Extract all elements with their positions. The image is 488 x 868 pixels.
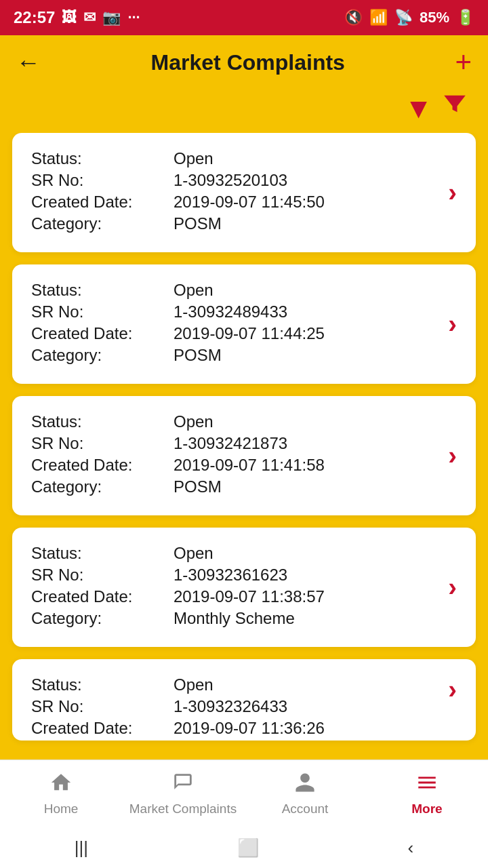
bottom-nav-market-complaints-label: Market Complaints [129, 802, 237, 816]
complaint-4-sr-value: 1-30932361623 [174, 566, 287, 585]
market-complaints-icon [171, 771, 195, 797]
android-nav: ||| ⬜ ‹ [0, 827, 488, 868]
add-button[interactable]: + [455, 48, 472, 77]
complaint-2-sr-label: SR No: [31, 302, 174, 321]
complaint-3-category-value: POSM [174, 477, 222, 496]
complaint-1-date-value: 2019-09-07 11:45:50 [174, 193, 325, 212]
complaint-5-date-label: Created Date: [31, 719, 174, 738]
complaint-5-sr-value: 1-30932326433 [174, 697, 287, 716]
android-recent-icon[interactable]: ||| [75, 837, 88, 859]
android-back-icon[interactable]: ‹ [407, 837, 413, 859]
complaint-2-status-value: Open [174, 281, 214, 300]
complaint-1-category-value: POSM [174, 214, 222, 233]
complaint-2-date-row: Created Date: 2019-09-07 11:44:25 [31, 324, 440, 343]
complaint-5-date-value: 2019-09-07 11:36:26 [174, 719, 325, 738]
complaint-1-category-row: Category: POSM [31, 214, 440, 233]
complaint-2-sr-value: 1-30932489433 [174, 302, 287, 321]
complaint-1-date-row: Created Date: 2019-09-07 11:45:50 [31, 193, 440, 212]
complaint-4-date-value: 2019-09-07 11:38:57 [174, 587, 325, 606]
battery-icon: 🔋 [456, 9, 474, 26]
filter-row: ▼︎ [0, 90, 488, 133]
complaint-card-3[interactable]: Status: Open SR No: 1-30932421873 Create… [12, 396, 476, 515]
bottom-nav-more-label: More [411, 802, 442, 816]
complaint-card-4-content: Status: Open SR No: 1-30932361623 Create… [31, 544, 440, 631]
complaint-2-date-value: 2019-09-07 11:44:25 [174, 324, 325, 343]
complaint-3-sr-value: 1-30932421873 [174, 434, 287, 453]
complaint-5-status-label: Status: [31, 675, 174, 694]
bottom-nav-market-complaints[interactable]: Market Complaints [122, 760, 244, 827]
more-icon [415, 771, 439, 797]
complaint-4-sr-label: SR No: [31, 566, 174, 585]
android-home-icon[interactable]: ⬜ [237, 837, 259, 859]
complaint-3-sr-label: SR No: [31, 434, 174, 453]
instagram-icon: 📷 [102, 9, 121, 26]
back-button[interactable]: ← [16, 48, 41, 77]
complaint-card-4[interactable]: Status: Open SR No: 1-30932361623 Create… [12, 528, 476, 647]
complaint-1-sr-label: SR No: [31, 171, 174, 190]
bottom-nav-account-label: Account [282, 802, 329, 816]
complaint-1-status-row: Status: Open [31, 149, 440, 168]
complaints-list: Status: Open SR No: 1-30932520103 Create… [0, 133, 488, 760]
complaint-card-5[interactable]: Status: Open SR No: 1-30932326433 Create… [12, 659, 476, 741]
mute-icon: 🔇 [344, 9, 363, 26]
more-dots-icon: ··· [127, 9, 140, 26]
status-time: 22:57 [14, 8, 55, 27]
complaint-4-sr-row: SR No: 1-30932361623 [31, 566, 440, 585]
complaint-5-status-row: Status: Open [31, 675, 440, 694]
page-title: Market Complaints [151, 50, 345, 75]
complaint-3-date-value: 2019-09-07 11:41:58 [174, 456, 325, 475]
complaint-card-2[interactable]: Status: Open SR No: 1-30932489433 Create… [12, 264, 476, 384]
complaint-1-sr-row: SR No: 1-30932520103 [31, 171, 440, 190]
signal-icon: 📡 [394, 9, 413, 26]
complaint-5-status-value: Open [174, 675, 214, 694]
complaint-3-arrow[interactable]: › [448, 441, 457, 471]
complaint-1-status-label: Status: [31, 149, 174, 168]
complaint-3-category-label: Category: [31, 477, 174, 496]
home-icon [49, 771, 73, 797]
complaint-5-sr-row: SR No: 1-30932326433 [31, 697, 440, 716]
bottom-nav-home-label: Home [44, 802, 79, 816]
complaint-card-2-content: Status: Open SR No: 1-30932489433 Create… [31, 281, 440, 368]
complaint-1-category-label: Category: [31, 214, 174, 233]
complaint-4-status-row: Status: Open [31, 544, 440, 563]
photo-icon: 🖼 [62, 9, 77, 26]
complaint-3-date-row: Created Date: 2019-09-07 11:41:58 [31, 456, 440, 475]
complaint-4-category-value: Monthly Scheme [174, 609, 295, 628]
complaint-card-1-content: Status: Open SR No: 1-30932520103 Create… [31, 149, 440, 236]
bottom-nav-account[interactable]: Account [244, 760, 366, 827]
complaint-card-3-content: Status: Open SR No: 1-30932421873 Create… [31, 412, 440, 499]
complaint-4-date-row: Created Date: 2019-09-07 11:38:57 [31, 587, 440, 606]
status-bar: 22:57 🖼 ✉ 📷 ··· 🔇 📶 📡 85% 🔋 [0, 0, 488, 35]
mail-icon: ✉ [83, 9, 96, 26]
status-bar-left: 22:57 🖼 ✉ 📷 ··· [14, 8, 140, 27]
wifi-icon: 📶 [369, 9, 388, 26]
complaint-card-5-content: Status: Open SR No: 1-30932326433 Create… [31, 675, 440, 741]
complaint-4-arrow[interactable]: › [448, 573, 457, 602]
complaint-2-category-value: POSM [174, 346, 222, 365]
complaint-3-date-label: Created Date: [31, 456, 174, 475]
complaint-card-1[interactable]: Status: Open SR No: 1-30932520103 Create… [12, 133, 476, 252]
complaint-3-sr-row: SR No: 1-30932421873 [31, 434, 440, 453]
bottom-nav: Home Market Complaints Account More [0, 760, 488, 827]
complaint-2-date-label: Created Date: [31, 324, 174, 343]
complaint-3-status-label: Status: [31, 412, 174, 431]
complaint-2-sr-row: SR No: 1-30932489433 [31, 302, 440, 321]
status-bar-right: 🔇 📶 📡 85% 🔋 [344, 9, 474, 26]
complaint-2-status-row: Status: Open [31, 281, 440, 300]
complaint-5-date-row: Created Date: 2019-09-07 11:36:26 [31, 719, 440, 738]
complaint-1-status-value: Open [174, 149, 214, 168]
complaint-3-status-row: Status: Open [31, 412, 440, 431]
complaint-5-arrow[interactable]: › [448, 675, 457, 705]
complaint-1-arrow[interactable]: › [448, 178, 457, 208]
complaint-1-date-label: Created Date: [31, 193, 174, 212]
complaint-3-category-row: Category: POSM [31, 477, 440, 496]
complaint-2-status-label: Status: [31, 281, 174, 300]
complaint-2-category-row: Category: POSM [31, 346, 440, 365]
filter-icon[interactable]: ▼︎ [405, 90, 469, 125]
complaint-4-category-row: Category: Monthly Scheme [31, 609, 440, 628]
complaint-2-arrow[interactable]: › [448, 310, 457, 339]
complaint-2-category-label: Category: [31, 346, 174, 365]
complaint-4-category-label: Category: [31, 609, 174, 628]
bottom-nav-home[interactable]: Home [0, 760, 122, 827]
bottom-nav-more[interactable]: More [366, 760, 488, 827]
